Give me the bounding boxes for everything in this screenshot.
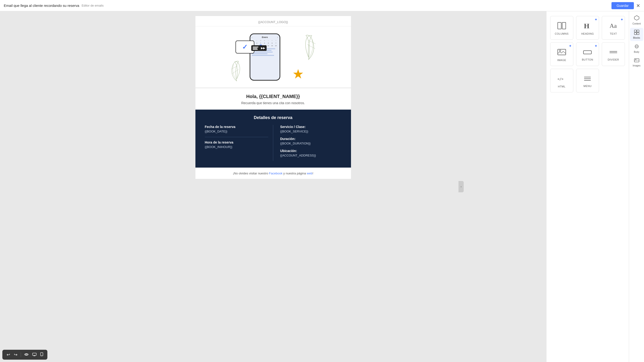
main-layout: {{ACCOUNT_LOGO}}: [0, 11, 644, 362]
email-footer: ¡No olvides visitar nuestro Facebook y n…: [196, 168, 351, 179]
toolbar-separator-1: [21, 352, 21, 357]
images-icon: [634, 58, 639, 64]
columns-icon: [558, 22, 566, 30]
svg-point-0: [26, 354, 27, 355]
footer-facebook-link[interactable]: Facebook: [269, 172, 282, 175]
body-icon: [634, 44, 639, 50]
preview-button[interactable]: [23, 352, 30, 358]
page-title: Email que llega al cliente recordando su…: [4, 4, 79, 8]
block-button-label: BUTTON: [582, 58, 593, 61]
block-menu-label: MENU: [584, 84, 592, 88]
arrow-decoration: ▶: [251, 45, 266, 51]
hero-illustration: ‹ Enero › D L M M J V: [228, 31, 318, 85]
booking-hour-label: Hora de la reserva: [205, 140, 268, 144]
heading-icon: H: [583, 22, 592, 30]
sidebar-item-content[interactable]: Content: [630, 13, 643, 27]
booking-service-value: {{BOOK_SERVICE}}: [280, 130, 342, 133]
image-icon: [558, 48, 566, 57]
content-icon: [634, 15, 640, 22]
block-text-label: TEXT: [610, 32, 617, 35]
phone-mockup: ‹ Enero › D L M M J V: [250, 34, 280, 80]
block-columns-label: COLUMNS: [555, 32, 569, 35]
button-icon: [583, 49, 592, 56]
booking-right-col: Servicio / Clase: {{BOOK_SERVICE}} Durac…: [273, 125, 342, 161]
footer-text-mid: y nuestra página: [282, 172, 307, 175]
panel-collapse-button[interactable]: ›: [458, 181, 464, 192]
svg-rect-21: [637, 30, 639, 32]
logo-placeholder: {{ACCOUNT_LOGO}}: [258, 20, 288, 24]
undo-button[interactable]: ↩: [5, 351, 12, 358]
topbar-right: Guardar ✕: [612, 2, 640, 9]
save-button[interactable]: Guardar: [612, 2, 634, 9]
block-heading[interactable]: ✦ H HEADING: [576, 16, 599, 40]
booking-hour-value: {{BOOK_INIHOUR}}: [205, 145, 268, 149]
body-label: Body: [634, 51, 639, 53]
sidebar-item-blocks[interactable]: Blocks: [630, 28, 643, 41]
block-image[interactable]: ✦ IMAGE: [550, 42, 573, 66]
block-divider-label: DIVIDER: [608, 58, 619, 61]
svg-rect-20: [634, 30, 636, 32]
footer-web-link[interactable]: web: [307, 172, 312, 175]
booking-location-label: Ubicación:: [280, 149, 342, 153]
booking-date-label: Fecha de la reserva: [205, 125, 268, 129]
content-label: Content: [632, 22, 641, 25]
blocks-label: Blocks: [633, 36, 640, 39]
svg-point-5: [42, 355, 42, 356]
html-icon: </>: [558, 75, 566, 83]
booking-left-col: Fecha de la reserva {{BOOK_DATE}} Hora d…: [205, 125, 273, 161]
side-icons-panel: Content Blocks Body Images: [629, 11, 644, 362]
checkmark-icon: ✓: [242, 43, 248, 51]
svg-rect-10: [558, 49, 566, 55]
redo-button[interactable]: ↪: [12, 351, 19, 358]
blocks-area: COLUMNS ✦ H HEADING ✦ Aa TEXT: [546, 11, 629, 362]
block-button[interactable]: ✦ BUTTON: [576, 42, 599, 66]
svg-rect-23: [637, 32, 639, 35]
booking-date-value: {{BOOK_DATE}}: [205, 130, 268, 133]
menu-icon: [583, 75, 592, 83]
preview-area: {{ACCOUNT_LOGO}}: [0, 11, 546, 362]
text-icon: Aa: [609, 22, 618, 30]
close-button[interactable]: ✕: [636, 3, 640, 8]
booking-grid: Fecha de la reserva {{BOOK_DATE}} Hora d…: [205, 125, 342, 161]
block-menu[interactable]: MENU: [576, 69, 599, 92]
svg-text:Aa: Aa: [610, 22, 617, 29]
desktop-button[interactable]: [31, 352, 38, 358]
heading-add-btn[interactable]: ✦: [594, 18, 597, 22]
block-html-label: HTML: [558, 85, 566, 88]
booking-duration-label: Duración:: [280, 137, 342, 141]
svg-rect-22: [634, 32, 636, 35]
booking-title: Detalles de reserva: [205, 115, 342, 120]
editor-subtitle: Editor de emails: [82, 4, 104, 7]
block-divider[interactable]: DIVIDER: [602, 42, 625, 66]
block-text[interactable]: ✦ Aa TEXT: [602, 16, 625, 40]
footer-text-after: !: [312, 172, 313, 175]
star-decoration: ★: [292, 68, 304, 80]
right-panel: COLUMNS ✦ H HEADING ✦ Aa TEXT: [546, 11, 644, 362]
leaf-left-decoration: [228, 60, 245, 83]
svg-rect-12: [584, 51, 592, 54]
text-add-btn[interactable]: ✦: [620, 18, 623, 22]
booking-location-value: {{ACCOUNT_ADDRESS}}: [280, 154, 342, 157]
divider-icon: [609, 49, 618, 56]
greeting-subtitle: Recuerda que tienes una cita con nosotro…: [205, 101, 342, 105]
email-hero: ‹ Enero › D L M M J V: [196, 26, 351, 88]
email-canvas: {{ACCOUNT_LOGO}}: [196, 16, 351, 179]
images-label: Images: [633, 64, 640, 67]
svg-marker-19: [634, 16, 639, 20]
block-columns[interactable]: COLUMNS: [550, 16, 573, 40]
greeting-title: Hola, {{CLIENT_NAME}}: [205, 94, 342, 99]
svg-text:</>: </>: [558, 77, 564, 81]
svg-rect-6: [558, 22, 561, 29]
blocks-icon: [634, 30, 639, 36]
sidebar-item-images[interactable]: Images: [630, 56, 643, 69]
sidebar-item-body[interactable]: Body: [630, 42, 643, 55]
email-greeting: Hola, {{CLIENT_NAME}} Recuerda que tiene…: [196, 88, 351, 110]
mobile-button[interactable]: [39, 352, 44, 358]
button-add-btn[interactable]: ✦: [594, 44, 597, 48]
svg-text:H: H: [584, 22, 589, 29]
blocks-grid: COLUMNS ✦ H HEADING ✦ Aa TEXT: [550, 16, 625, 92]
block-html[interactable]: </> HTML: [550, 69, 573, 92]
topbar: Email que llega al cliente recordando su…: [0, 0, 644, 11]
email-logo-section: {{ACCOUNT_LOGO}}: [196, 16, 351, 26]
image-add-btn[interactable]: ✦: [569, 44, 572, 48]
